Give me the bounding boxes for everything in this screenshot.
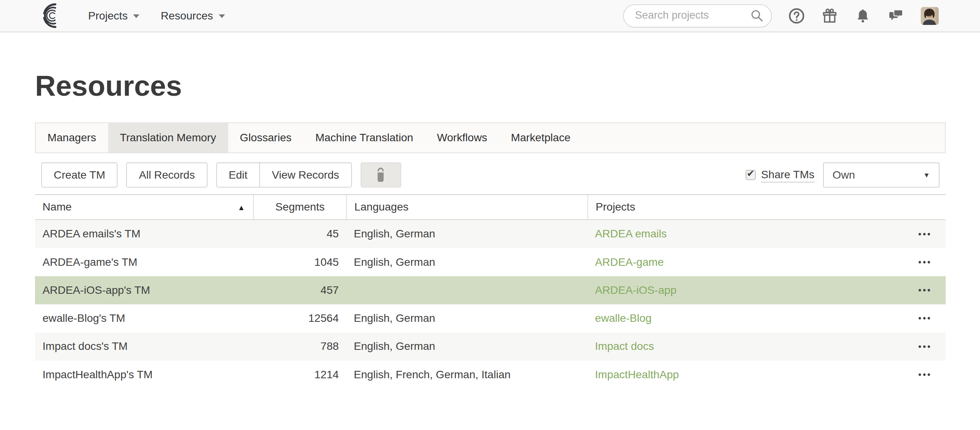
main-nav: Projects Resources	[88, 9, 225, 22]
tm-name: ARDEA emails's TM	[35, 228, 253, 241]
topbar: Projects Resources	[0, 0, 980, 33]
tm-name: ARDEA-iOS-app's TM	[35, 284, 253, 297]
table-row[interactable]: ewalle-Blog's TM 12564 English, German e…	[35, 304, 946, 332]
tm-segments: 12564	[253, 312, 346, 325]
tab-translation-memory[interactable]: Translation Memory	[108, 123, 228, 152]
check-icon: ✔	[747, 168, 755, 179]
app-logo-icon[interactable]	[35, 2, 65, 28]
page-title: Resources	[35, 69, 980, 102]
search-icon[interactable]	[750, 9, 764, 22]
project-link[interactable]: ewalle-Blog	[595, 312, 652, 325]
create-tm-button[interactable]: Create TM	[41, 163, 118, 188]
scope-dropdown-value: Own	[832, 168, 855, 182]
tm-name: Impact docs's TM	[35, 340, 253, 353]
scope-dropdown[interactable]: Own ▼	[823, 163, 940, 188]
tm-languages: English, German	[346, 256, 588, 269]
row-menu-button[interactable]: •••	[919, 342, 932, 351]
topbar-actions	[623, 4, 939, 27]
share-tms-checkbox[interactable]: ✔	[745, 170, 755, 180]
row-menu-button[interactable]: •••	[919, 229, 932, 239]
nav-resources[interactable]: Resources	[161, 9, 225, 22]
tm-segments: 788	[253, 340, 346, 353]
row-menu-button[interactable]: •••	[919, 370, 932, 379]
tab-workflows[interactable]: Workflows	[425, 123, 499, 152]
tab-glossaries[interactable]: Glossaries	[228, 123, 304, 152]
avatar-image	[920, 7, 939, 25]
chat-icon	[887, 7, 904, 24]
table-body: ARDEA emails's TM 45 English, German ARD…	[35, 220, 946, 389]
tm-languages: English, German	[346, 340, 588, 353]
tm-segments: 1045	[253, 256, 346, 269]
dropdown-caret-icon: ▼	[923, 171, 930, 179]
tab-bar: Managers Translation Memory Glossaries M…	[35, 123, 946, 153]
table-header: Name ▲ Segments Languages Projects	[35, 194, 946, 220]
toolbar-right: ✔ Share TMs Own ▼	[745, 163, 945, 188]
table-row[interactable]: ARDEA-game's TM 1045 English, German ARD…	[35, 248, 946, 276]
tm-languages: English, German	[346, 228, 588, 241]
nav-resources-label: Resources	[161, 9, 213, 22]
search-box	[623, 4, 772, 27]
project-link[interactable]: ARDEA emails	[595, 228, 667, 241]
user-avatar[interactable]	[920, 7, 939, 25]
column-header-languages[interactable]: Languages	[346, 195, 588, 219]
tm-name: ImpactHealthApp's TM	[35, 368, 253, 381]
project-link[interactable]: ARDEA-iOS-app	[595, 284, 676, 297]
view-records-button[interactable]: View Records	[259, 163, 351, 187]
project-link[interactable]: ImpactHealthApp	[595, 368, 679, 381]
nav-projects-label: Projects	[88, 9, 128, 22]
tm-segments: 45	[253, 228, 346, 241]
chat-button[interactable]	[887, 7, 904, 24]
app-window: Projects Resources	[0, 0, 980, 430]
tm-languages: English, French, German, Italian	[346, 368, 588, 381]
tm-name: ARDEA-game's TM	[35, 256, 253, 269]
tab-machine-translation[interactable]: Machine Translation	[304, 123, 425, 152]
tab-marketplace[interactable]: Marketplace	[499, 123, 582, 152]
row-menu-button[interactable]: •••	[919, 314, 932, 323]
gift-icon	[821, 7, 838, 24]
sort-asc-icon[interactable]: ▲	[237, 203, 245, 211]
trash-icon	[374, 167, 388, 183]
share-tms-label[interactable]: Share TMs	[761, 168, 815, 182]
project-link[interactable]: Impact docs	[595, 340, 654, 353]
delete-button[interactable]	[360, 163, 401, 188]
help-icon	[788, 7, 805, 24]
column-header-segments[interactable]: Segments	[253, 195, 346, 219]
gift-button[interactable]	[821, 7, 838, 24]
row-menu-button[interactable]: •••	[919, 258, 932, 267]
row-menu-button[interactable]: •••	[919, 286, 932, 295]
edit-view-button-group: Edit View Records	[216, 163, 351, 188]
toolbar: Create TM All Records Edit View Records …	[35, 162, 946, 188]
tab-managers[interactable]: Managers	[36, 123, 108, 152]
main-content: Resources Managers Translation Memory Gl…	[0, 69, 980, 389]
table-row[interactable]: ARDEA-iOS-app's TM 457 ARDEA-iOS-app •••	[35, 276, 946, 304]
column-header-projects[interactable]: Projects	[588, 195, 946, 219]
column-header-name[interactable]: Name ▲	[35, 195, 253, 219]
table-row[interactable]: ImpactHealthApp's TM 1214 English, Frenc…	[35, 361, 946, 389]
help-button[interactable]	[788, 7, 805, 24]
nav-projects[interactable]: Projects	[88, 9, 139, 22]
tm-table: Name ▲ Segments Languages Projects ARDEA…	[35, 194, 946, 388]
search-input[interactable]	[623, 4, 772, 27]
all-records-button[interactable]: All Records	[126, 163, 207, 188]
chevron-down-icon	[133, 14, 139, 18]
notifications-button[interactable]	[854, 7, 871, 24]
chevron-down-icon	[219, 14, 225, 18]
tm-segments: 1214	[253, 368, 346, 381]
edit-button[interactable]: Edit	[217, 163, 259, 187]
bell-icon	[854, 7, 871, 24]
table-row[interactable]: Impact docs's TM 788 English, German Imp…	[35, 332, 946, 360]
tm-name: ewalle-Blog's TM	[35, 312, 253, 325]
table-row[interactable]: ARDEA emails's TM 45 English, German ARD…	[35, 220, 946, 248]
project-link[interactable]: ARDEA-game	[595, 256, 664, 269]
tm-segments: 457	[253, 284, 346, 297]
tm-languages: English, German	[346, 312, 588, 325]
